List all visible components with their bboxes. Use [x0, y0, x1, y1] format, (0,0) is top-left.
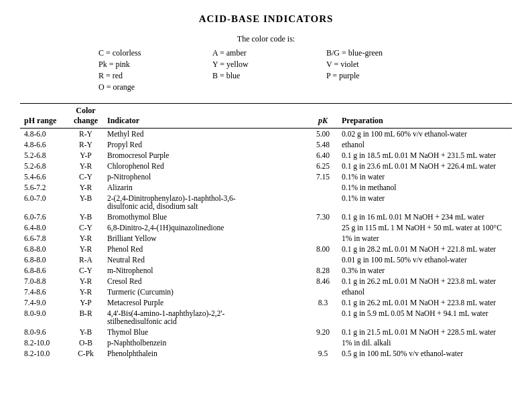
cell-indicator: Metacresol Purple: [103, 297, 308, 308]
cell-color: Y-R: [68, 233, 103, 244]
cell-indicator: Phenolphthalein: [103, 348, 308, 360]
cell-ph: 8.2-10.0: [20, 337, 68, 348]
color-code-c: C = colorless: [98, 48, 206, 58]
cell-indicator: 4,4'-Bis(4-amino-1-naphthylazo)-2,2'- st…: [103, 308, 308, 327]
cell-ph: 8.2-10.0: [20, 348, 68, 360]
cell-pk: 8.3: [308, 297, 338, 308]
cell-indicator: p-Naphtholbenzein: [103, 337, 308, 348]
cell-prep: 0.1% in water: [338, 193, 512, 212]
cell-ph: 4.8-6.6: [20, 139, 68, 150]
cell-prep: 1% in dil. alkali: [338, 337, 512, 348]
cell-pk: 5.48: [308, 139, 338, 150]
cell-prep: 0.1 g in 5.9 mL 0.05 M NaOH + 94.1 mL wa…: [338, 308, 512, 327]
cell-color: Y-B: [68, 327, 103, 337]
color-code-intro: The color code is:: [20, 34, 512, 44]
header-color: Colorchange: [68, 104, 103, 129]
cell-ph: 5.2-6.8: [20, 161, 68, 171]
color-code-grid: C = colorless A = amber B/G = blue-green…: [98, 48, 434, 92]
cell-ph: 6.8-8.0: [20, 244, 68, 254]
cell-prep: ethanol: [338, 139, 512, 150]
cell-prep: 25 g in 115 mL 1 M NaOH + 50 mL water at…: [338, 222, 512, 233]
cell-color: Y-R: [68, 287, 103, 297]
cell-prep: 0.01 g in 100 mL 50% v/v ethanol-water: [338, 254, 512, 265]
cell-color: R-A: [68, 254, 103, 265]
cell-color: R-Y: [68, 139, 103, 150]
cell-prep: 0.5 g in 100 mL 50% v/v ethanol-water: [338, 348, 512, 360]
cell-pk: 9.5: [308, 348, 338, 360]
cell-ph: 6.4-8.0: [20, 222, 68, 233]
cell-ph: 8.0-9.6: [20, 327, 68, 337]
table-row: 5.6-7.2 Y-R Alizarin 0.1% in methanol: [20, 182, 512, 193]
cell-pk: 6.25: [308, 161, 338, 171]
cell-prep: 0.02 g in 100 mL 60% v/v ethanol-water: [338, 129, 512, 140]
cell-color: B-R: [68, 308, 103, 327]
header-indicator: Indicator: [103, 104, 308, 129]
color-code-a: A = amber: [212, 48, 320, 58]
cell-indicator: Chlorophenol Red: [103, 161, 308, 171]
cell-color: Y-R: [68, 161, 103, 171]
table-row: 4.8-6.6 R-Y Propyl Red 5.48 ethanol: [20, 139, 512, 150]
cell-indicator: Neutral Red: [103, 254, 308, 265]
color-code-empty2: [326, 82, 434, 92]
color-code-o: O = orange: [98, 82, 206, 92]
page-title: ACID-BASE INDICATORS: [20, 13, 512, 25]
cell-color: Y-R: [68, 182, 103, 193]
cell-ph: 6.0-7.0: [20, 193, 68, 212]
table-row: 6.8-8.0 R-A Neutral Red 0.01 g in 100 mL…: [20, 254, 512, 265]
color-code-bg: B/G = blue-green: [326, 48, 434, 58]
cell-prep: 0.1 g in 21.5 mL 0.01 M NaOH + 228.5 mL …: [338, 327, 512, 337]
cell-prep: 0.1 g in 28.2 mL 0.01 M NaOH + 221.8 mL …: [338, 244, 512, 254]
cell-pk: 8.46: [308, 276, 338, 287]
cell-indicator: 6,8-Dinitro-2,4-(1H)quinazolinedione: [103, 222, 308, 233]
table-row: 6.4-8.0 C-Y 6,8-Dinitro-2,4-(1H)quinazol…: [20, 222, 512, 233]
color-code-v: V = violet: [326, 60, 434, 70]
table-row: 8.2-10.0 C-Pk Phenolphthalein 9.5 0.5 g …: [20, 348, 512, 360]
table-row: 6.0-7.0 Y-B 2-(2,4-Dinitrophenylazo)-1-n…: [20, 193, 512, 212]
cell-color: C-Y: [68, 222, 103, 233]
cell-pk: [308, 287, 338, 297]
cell-indicator: Turmeric (Curcumin): [103, 287, 308, 297]
table-row: 5.2-6.8 Y-P Bromocresol Purple 6.40 0.1 …: [20, 150, 512, 161]
cell-color: C-Pk: [68, 348, 103, 360]
cell-ph: 7.0-8.8: [20, 276, 68, 287]
cell-color: Y-B: [68, 212, 103, 222]
cell-pk: [308, 222, 338, 233]
table-row: 7.4-8.6 Y-R Turmeric (Curcumin) ethanol: [20, 287, 512, 297]
cell-color: Y-R: [68, 244, 103, 254]
cell-prep: 0.1 g in 23.6 mL 0.01 M NaOH + 226.4 mL …: [338, 161, 512, 171]
cell-indicator: Methyl Red: [103, 129, 308, 140]
color-code-p: P = purple: [326, 71, 434, 81]
cell-ph: 6.8-8.0: [20, 254, 68, 265]
cell-color: O-B: [68, 337, 103, 348]
cell-ph: 7.4-8.6: [20, 287, 68, 297]
table-row: 5.4-6.6 C-Y p-Nitrophenol 7.15 0.1% in w…: [20, 171, 512, 182]
table-row: 6.8-8.0 Y-R Phenol Red 8.00 0.1 g in 28.…: [20, 244, 512, 254]
color-code-pk: Pk = pink: [98, 60, 206, 70]
cell-ph: 5.2-6.8: [20, 150, 68, 161]
cell-indicator: Brilliant Yellow: [103, 233, 308, 244]
header-pk: pK: [308, 104, 338, 129]
cell-indicator: Bromocresol Purple: [103, 150, 308, 161]
table-row: 7.4-9.0 Y-P Metacresol Purple 8.3 0.1 g …: [20, 297, 512, 308]
table-row: 4.8-6.0 R-Y Methyl Red 5.00 0.02 g in 10…: [20, 129, 512, 140]
cell-ph: 4.8-6.0: [20, 129, 68, 140]
cell-ph: 6.0-7.6: [20, 212, 68, 222]
header-ph: pH range: [20, 104, 68, 129]
cell-prep: 0.1 g in 26.2 mL 0.01 M NaOH + 223.8 mL …: [338, 297, 512, 308]
cell-pk: 8.00: [308, 244, 338, 254]
cell-ph: 7.4-9.0: [20, 297, 68, 308]
cell-color: Y-B: [68, 193, 103, 212]
indicators-table: pH range Colorchange Indicator pK Prepar…: [20, 103, 512, 360]
cell-prep: 1% in water: [338, 233, 512, 244]
cell-ph: 6.6-7.8: [20, 233, 68, 244]
cell-prep: 0.1 g in 18.5 mL 0.01 M NaOH + 231.5 mL …: [338, 150, 512, 161]
color-code-y: Y = yellow: [212, 60, 320, 70]
cell-pk: 7.30: [308, 212, 338, 222]
cell-ph: 8.0-9.0: [20, 308, 68, 327]
cell-prep: 0.3% in water: [338, 265, 512, 276]
cell-pk: [308, 308, 338, 327]
cell-pk: 8.28: [308, 265, 338, 276]
cell-pk: [308, 254, 338, 265]
color-code-b: B = blue: [212, 71, 320, 81]
cell-color: Y-P: [68, 297, 103, 308]
